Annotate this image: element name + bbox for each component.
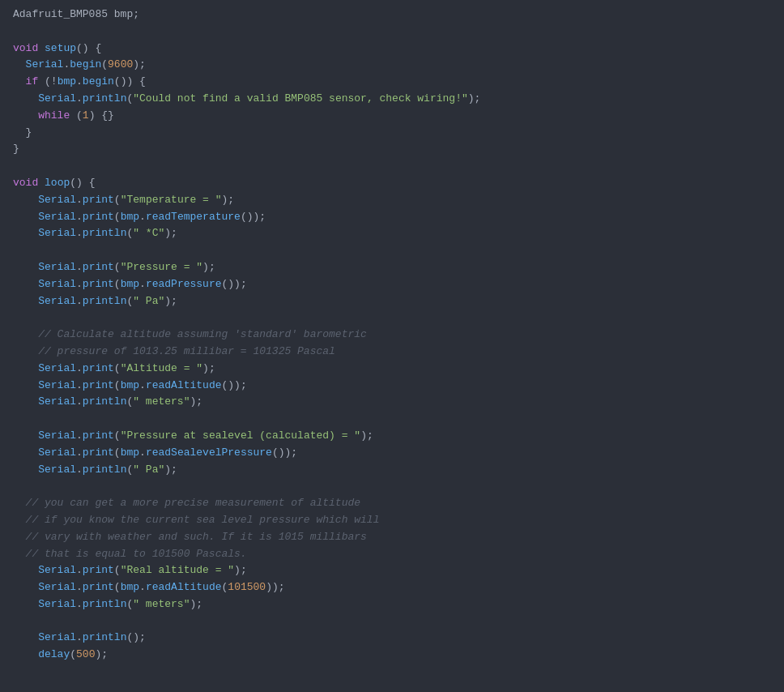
code-line-19 xyxy=(0,310,784,327)
code-line-34: Serial.print("Real altitude = "); xyxy=(0,562,784,579)
code-line-32: // vary with weather and such. If it is … xyxy=(0,529,784,546)
code-line-18: Serial.println(" Pa"); xyxy=(0,293,784,310)
code-line-21: // pressure of 1013.25 millibar = 101325… xyxy=(0,344,784,361)
code-line-23: Serial.print(bmp.readAltitude()); xyxy=(0,378,784,395)
code-line-14: Serial.println(" *C"); xyxy=(0,225,784,242)
code-line-1: Adafruit_BMP085 bmp; xyxy=(0,6,784,23)
code-line-37 xyxy=(0,613,784,630)
code-editor: Adafruit_BMP085 bmp; void setup() { Seri… xyxy=(0,0,784,670)
code-line-20: // Calculate altitude assuming 'standard… xyxy=(0,327,784,344)
code-line-24: Serial.println(" meters"); xyxy=(0,394,784,411)
code-line-30: // you can get a more precise measuremen… xyxy=(0,495,784,512)
code-line-38: Serial.println(); xyxy=(0,630,784,647)
code-line-15 xyxy=(0,242,784,259)
code-line-10 xyxy=(0,158,784,175)
code-line-4: Serial.begin(9600); xyxy=(0,57,784,74)
code-line-31: // if you know the current sea level pre… xyxy=(0,512,784,529)
code-line-16: Serial.print("Pressure = "); xyxy=(0,259,784,276)
code-line-2 xyxy=(0,23,784,41)
code-line-11: void loop() { xyxy=(0,175,784,192)
code-line-39: delay(500); xyxy=(0,647,784,664)
code-line-33: // that is equal to 101500 Pascals. xyxy=(0,546,784,563)
code-line-29 xyxy=(0,478,784,495)
code-line-28: Serial.println(" Pa"); xyxy=(0,462,784,479)
code-line-25 xyxy=(0,411,784,428)
code-line-5: if (!bmp.begin()) { xyxy=(0,74,784,91)
code-line-36: Serial.println(" meters"); xyxy=(0,596,784,613)
code-line-12: Serial.print("Temperature = "); xyxy=(0,192,784,209)
code-line-8: } xyxy=(0,125,784,142)
code-line-9: } xyxy=(0,141,784,158)
code-line-26: Serial.print("Pressure at sealevel (calc… xyxy=(0,428,784,445)
code-line-17: Serial.print(bmp.readPressure()); xyxy=(0,276,784,293)
code-line-6: Serial.println("Could not find a valid B… xyxy=(0,91,784,108)
code-line-13: Serial.print(bmp.readTemperature()); xyxy=(0,209,784,226)
code-line-35: Serial.print(bmp.readAltitude(101500)); xyxy=(0,579,784,596)
code-line-22: Serial.print("Altitude = "); xyxy=(0,361,784,378)
code-line-27: Serial.print(bmp.readSealevelPressure())… xyxy=(0,445,784,462)
code-line-7: while (1) {} xyxy=(0,108,784,125)
code-line-3: void setup() { xyxy=(0,41,784,58)
